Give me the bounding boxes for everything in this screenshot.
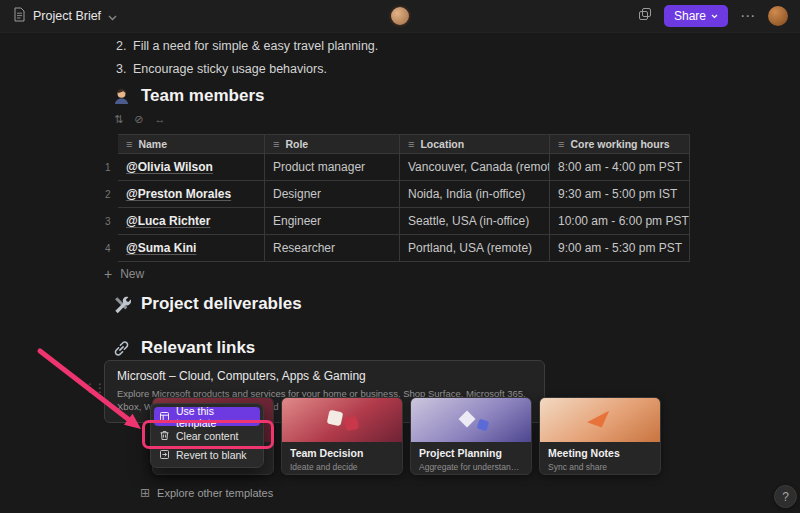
topbar-actions: Share ⋯: [638, 5, 788, 27]
card-subtitle: Aggregate for understanding an...: [419, 462, 523, 472]
cell-hours[interactable]: 9:30 am - 5:00 pm IST: [550, 181, 690, 208]
diamond-art: [459, 411, 476, 428]
help-button[interactable]: ?: [774, 485, 797, 508]
duplicate-icon[interactable]: [638, 7, 652, 25]
breadcrumb: Project Brief: [12, 7, 117, 26]
template-card-team-decision[interactable]: Team Decision Ideate and decide: [281, 397, 403, 475]
topbar: Project Brief Share ⋯: [0, 0, 800, 33]
more-button[interactable]: ⋯: [740, 7, 756, 25]
cell-location[interactable]: Portland, USA (remote): [400, 235, 550, 262]
card-title: Project Planning: [419, 447, 523, 459]
list-item[interactable]: 3. Encourage sticky usage behaviors.: [100, 60, 690, 79]
page-icon: [12, 7, 26, 26]
cell-location[interactable]: Vancouver, Canada (remote): [400, 154, 550, 181]
menu-item-clear-content[interactable]: Clear content: [154, 426, 260, 445]
template-card-project-planning[interactable]: Project Planning Aggregate for understan…: [410, 397, 532, 475]
menu-item-label: Clear content: [176, 430, 238, 442]
table-toolbar: ⇅ ⊘ ↔: [100, 112, 690, 126]
paper-plane-art: [586, 411, 613, 431]
cell-name[interactable]: @Luca Richter: [118, 208, 265, 235]
card-art: [411, 398, 531, 442]
menu-item-revert-to-blank[interactable]: Revert to blank: [154, 445, 260, 464]
template-card-meeting-notes[interactable]: Meeting Notes Sync and share: [539, 397, 661, 475]
notion-window: Project Brief Share ⋯ 2. Fill a need for…: [0, 0, 800, 513]
cell-role[interactable]: Designer: [265, 181, 400, 208]
list-marker: 3.: [116, 60, 133, 79]
collaborator-avatar[interactable]: [389, 5, 411, 27]
dice-art: [344, 416, 359, 431]
property-icon: ≡: [408, 138, 414, 150]
visibility-icon[interactable]: ⊘: [134, 112, 143, 126]
list-text: Fill a need for simple & easy travel pla…: [133, 37, 378, 56]
property-icon: ≡: [558, 138, 564, 150]
cube-art: [477, 419, 490, 432]
property-icon: ≡: [126, 138, 132, 150]
row-number-gutter: [100, 134, 118, 154]
card-title: Team Decision: [290, 447, 394, 459]
cell-role[interactable]: Product manager: [265, 154, 400, 181]
add-row-label: New: [120, 267, 144, 281]
card-art: [540, 398, 660, 442]
share-label: Share: [674, 9, 706, 23]
sort-icon[interactable]: ⇅: [114, 112, 123, 126]
table-row: 1 @Olivia Wilson Product manager Vancouv…: [100, 154, 690, 181]
card-subtitle: Ideate and decide: [290, 462, 394, 472]
resize-icon[interactable]: ↔: [154, 112, 165, 126]
template-icon: [159, 411, 170, 422]
chevron-down-icon: [711, 14, 718, 19]
heading-text: Relevant links: [141, 338, 255, 358]
heading-team-members[interactable]: Team members: [100, 83, 690, 109]
plus-icon: +: [104, 267, 112, 281]
cell-hours[interactable]: 10:00 am - 6:00 pm PST: [550, 208, 690, 235]
cell-role[interactable]: Engineer: [265, 208, 400, 235]
templates-icon: ⊞: [140, 486, 150, 500]
bookmark-title: Microsoft – Cloud, Computers, Apps & Gam…: [117, 369, 532, 383]
column-header-role[interactable]: ≡Role: [265, 134, 400, 154]
add-row-button[interactable]: + New: [100, 262, 690, 286]
cell-hours[interactable]: 8:00 am - 4:00 pm PST: [550, 154, 690, 181]
heading-text: Project deliverables: [141, 294, 302, 314]
card-title: Meeting Notes: [548, 447, 652, 459]
list-item[interactable]: 2. Fill a need for simple & easy travel …: [100, 37, 690, 56]
property-icon: ≡: [273, 138, 279, 150]
card-subtitle: Sync and share: [548, 462, 652, 472]
drag-handle-icon[interactable]: ⋮⋮: [84, 381, 104, 395]
cell-name[interactable]: @Olivia Wilson: [118, 154, 265, 181]
menu-item-use-this-template[interactable]: Use this template: [154, 407, 260, 426]
cell-role[interactable]: Researcher: [265, 235, 400, 262]
row-number: 1: [100, 154, 118, 181]
menu-item-label: Revert to blank: [176, 449, 247, 461]
revert-icon: [159, 449, 170, 460]
heading-relevant-links[interactable]: Relevant links: [100, 335, 690, 361]
heading-project-deliverables[interactable]: Project deliverables: [100, 291, 690, 317]
column-label: Core working hours: [570, 138, 669, 150]
tools-emoji-icon: [112, 294, 132, 314]
row-number: 4: [100, 235, 118, 262]
explore-templates-button[interactable]: ⊞ Explore other templates: [140, 486, 273, 500]
page-title[interactable]: Project Brief: [33, 9, 101, 23]
dice-art: [327, 410, 344, 427]
cell-name[interactable]: @Preston Morales: [118, 181, 265, 208]
document-body: 2. Fill a need for simple & easy travel …: [100, 33, 690, 361]
column-header-name[interactable]: ≡Name: [118, 134, 265, 154]
column-header-location[interactable]: ≡Location: [400, 134, 550, 154]
cell-location[interactable]: Noida, India (in-office): [400, 181, 550, 208]
column-header-hours[interactable]: ≡Core working hours: [550, 134, 690, 154]
share-button[interactable]: Share: [664, 5, 728, 27]
chevron-down-icon[interactable]: [108, 7, 117, 25]
row-number: 3: [100, 208, 118, 235]
cell-name[interactable]: @Suma Kini: [118, 235, 265, 262]
team-table: ≡Name ≡Role ≡Location ≡Core working hour…: [100, 134, 690, 262]
cell-hours[interactable]: 9:00 am - 5:30 pm PST: [550, 235, 690, 262]
explore-label: Explore other templates: [157, 487, 273, 499]
cell-location[interactable]: Seattle, USA (in-office): [400, 208, 550, 235]
list-marker: 2.: [116, 37, 133, 56]
table-header-row: ≡Name ≡Role ≡Location ≡Core working hour…: [100, 134, 690, 154]
table-row: 2 @Preston Morales Designer Noida, India…: [100, 181, 690, 208]
link-emoji-icon: [112, 338, 132, 358]
card-art: [282, 398, 402, 442]
user-avatar[interactable]: [768, 6, 788, 26]
column-label: Location: [420, 138, 464, 150]
row-number: 2: [100, 181, 118, 208]
column-label: Name: [138, 138, 167, 150]
